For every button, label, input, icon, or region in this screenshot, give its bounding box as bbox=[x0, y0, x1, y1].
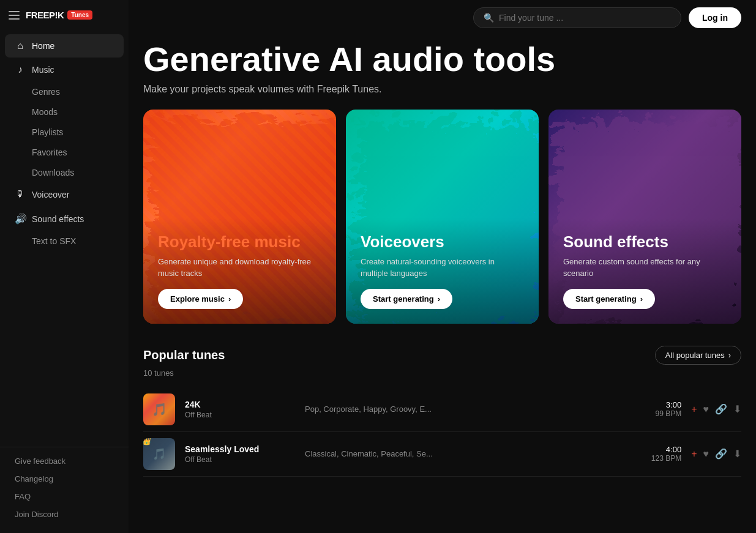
sidebar-item-voiceover-label: Voiceover bbox=[32, 190, 69, 199]
card-voice-desc: Create natural-sounding voiceovers in mu… bbox=[361, 256, 524, 278]
sidebar-header: FREEP!K Tunes bbox=[0, 0, 129, 30]
sidebar-item-moods[interactable]: Moods bbox=[5, 102, 124, 122]
tune-info-seamlessly: Seamlessly Loved Off Beat bbox=[185, 444, 295, 464]
playlists-label: Playlists bbox=[32, 127, 63, 137]
search-icon: 🔍 bbox=[484, 13, 494, 23]
crown-badge: 👑 bbox=[143, 438, 151, 445]
heart-icon[interactable]: ♥ bbox=[703, 404, 709, 415]
tune-row: 🎵 24K Off Beat Pop, Corporate, Happy, Gr… bbox=[143, 387, 741, 432]
sidebar-item-voiceover[interactable]: 🎙 Voiceover bbox=[5, 183, 124, 206]
cards-grid: Royalty-free music Generate unique and d… bbox=[143, 110, 741, 324]
download-icon[interactable]: ⬇ bbox=[733, 403, 741, 415]
footer-faq[interactable]: FAQ bbox=[5, 488, 124, 505]
downloads-label: Downloads bbox=[32, 168, 74, 177]
hero-title: Generative AI audio tools bbox=[143, 42, 741, 78]
tune-info-24k: 24K Off Beat bbox=[185, 400, 295, 419]
card-sfx-desc: Generate custom sound effects for any sc… bbox=[563, 256, 727, 278]
card-music-desc: Generate unique and download royalty-fre… bbox=[158, 256, 321, 278]
popular-tunes-header: Popular tunes All popular tunes › bbox=[143, 346, 741, 365]
footer-join-discord[interactable]: Join Discord bbox=[5, 505, 124, 523]
logo[interactable]: FREEP!K Tunes bbox=[26, 10, 92, 20]
sidebar-item-home-label: Home bbox=[32, 41, 54, 51]
sidebar-item-genres[interactable]: Genres bbox=[5, 82, 124, 102]
voiceover-icon: 🎙 bbox=[15, 189, 26, 200]
sidebar-item-music[interactable]: ♪ Music bbox=[5, 58, 124, 81]
tune-duration-seamlessly: 4:00 bbox=[632, 445, 681, 454]
tune-bpm-24k: 99 BPM bbox=[632, 409, 681, 418]
card-music-content: Royalty-free music Generate unique and d… bbox=[143, 218, 336, 323]
tune-duration-24k: 3:00 bbox=[632, 400, 681, 409]
tune-thumb-seamlessly: 🎵 👑 bbox=[143, 438, 175, 470]
genres-label: Genres bbox=[32, 87, 60, 97]
card-voice-title: Voiceovers bbox=[361, 233, 524, 252]
tune-name-seamlessly: Seamlessly Loved bbox=[185, 444, 295, 454]
tune-row: 🎵 👑 Seamlessly Loved Off Beat Classical,… bbox=[143, 432, 741, 477]
moods-label: Moods bbox=[32, 107, 58, 117]
download-icon[interactable]: ⬇ bbox=[733, 448, 741, 460]
footer-changelog[interactable]: Changelog bbox=[5, 470, 124, 488]
card-music-title: Royalty-free music bbox=[158, 233, 321, 252]
text-to-sfx-label: Text to SFX bbox=[32, 236, 76, 246]
search-bar[interactable]: 🔍 bbox=[473, 7, 681, 28]
tune-thumb-24k: 🎵 bbox=[143, 393, 175, 425]
card-voiceovers[interactable]: Voiceovers Create natural-sounding voice… bbox=[346, 110, 539, 324]
tune-name-24k: 24K bbox=[185, 400, 295, 409]
heart-icon[interactable]: ♥ bbox=[703, 449, 709, 460]
tune-tags-24k: Pop, Corporate, Happy, Groovy, E... bbox=[305, 404, 623, 414]
sidebar-item-home[interactable]: ⌂ Home bbox=[5, 34, 124, 58]
chevron-right-icon: › bbox=[438, 294, 440, 304]
voice-generate-button[interactable]: Start generating › bbox=[361, 289, 452, 309]
chevron-right-icon: › bbox=[728, 351, 731, 360]
card-voice-content: Voiceovers Create natural-sounding voice… bbox=[346, 218, 539, 323]
sidebar-item-sound-effects-label: Sound effects bbox=[32, 214, 84, 224]
sidebar-item-favorites[interactable]: Favorites bbox=[5, 143, 124, 162]
menu-icon[interactable] bbox=[9, 11, 20, 20]
search-input[interactable] bbox=[499, 13, 671, 23]
sidebar-item-playlists[interactable]: Playlists bbox=[5, 122, 124, 142]
home-icon: ⌂ bbox=[15, 40, 26, 51]
sfx-generate-button[interactable]: Start generating › bbox=[563, 289, 655, 309]
popular-tunes-title: Popular tunes bbox=[143, 348, 225, 362]
card-sfx-content: Sound effects Generate custom sound effe… bbox=[548, 218, 741, 323]
tunes-count: 10 tunes bbox=[143, 368, 741, 378]
main-content: 🔍 Log in Generative AI audio tools Make … bbox=[129, 0, 756, 533]
logo-text: FREEP!K bbox=[26, 10, 64, 20]
add-icon[interactable]: + bbox=[691, 449, 697, 460]
hero-subtitle: Make your projects speak volumes with Fr… bbox=[143, 84, 741, 95]
tune-artist-seamlessly: Off Beat bbox=[185, 455, 295, 464]
chevron-right-icon: › bbox=[640, 294, 643, 304]
favorites-label: Favorites bbox=[32, 147, 67, 157]
topbar: 🔍 Log in bbox=[129, 0, 756, 35]
card-royalty-free-music[interactable]: Royalty-free music Generate unique and d… bbox=[143, 110, 336, 324]
logo-badge: Tunes bbox=[67, 10, 92, 20]
tune-bpm-seamlessly: 123 BPM bbox=[632, 454, 681, 463]
sidebar-footer: Give feedback Changelog FAQ Join Discord bbox=[0, 447, 129, 523]
nav-section-main: ⌂ Home ♪ Music Genres Moods Playlists Fa… bbox=[0, 30, 129, 255]
tune-actions-24k: + ♥ 🔗 ⬇ bbox=[691, 403, 741, 415]
chevron-right-icon: › bbox=[228, 294, 231, 304]
card-sfx-title: Sound effects bbox=[563, 233, 727, 252]
tune-meta-24k: 3:00 99 BPM bbox=[632, 400, 681, 418]
explore-music-button[interactable]: Explore music › bbox=[158, 289, 243, 309]
music-icon: ♪ bbox=[15, 64, 26, 75]
footer-give-feedback[interactable]: Give feedback bbox=[5, 452, 124, 470]
sidebar-item-music-label: Music bbox=[32, 65, 54, 75]
link-icon[interactable]: 🔗 bbox=[715, 448, 727, 460]
login-button[interactable]: Log in bbox=[689, 7, 741, 28]
content-area: Generative AI audio tools Make your proj… bbox=[129, 35, 756, 533]
sidebar: FREEP!K Tunes ⌂ Home ♪ Music Genres Mood… bbox=[0, 0, 129, 533]
link-icon[interactable]: 🔗 bbox=[715, 403, 727, 415]
sidebar-item-downloads[interactable]: Downloads bbox=[5, 163, 124, 182]
sidebar-item-text-to-sfx[interactable]: Text to SFX bbox=[5, 231, 124, 251]
sound-effects-icon: 🔊 bbox=[15, 213, 26, 225]
tune-tags-seamlessly: Classical, Cinematic, Peaceful, Se... bbox=[305, 449, 623, 458]
sidebar-item-sound-effects[interactable]: 🔊 Sound effects bbox=[5, 207, 124, 231]
tune-meta-seamlessly: 4:00 123 BPM bbox=[632, 445, 681, 463]
tune-artist-24k: Off Beat bbox=[185, 411, 295, 419]
card-sound-effects[interactable]: Sound effects Generate custom sound effe… bbox=[548, 110, 741, 324]
all-popular-tunes-button[interactable]: All popular tunes › bbox=[655, 346, 741, 365]
add-icon[interactable]: + bbox=[691, 404, 697, 415]
tune-actions-seamlessly: + ♥ 🔗 ⬇ bbox=[691, 448, 741, 460]
